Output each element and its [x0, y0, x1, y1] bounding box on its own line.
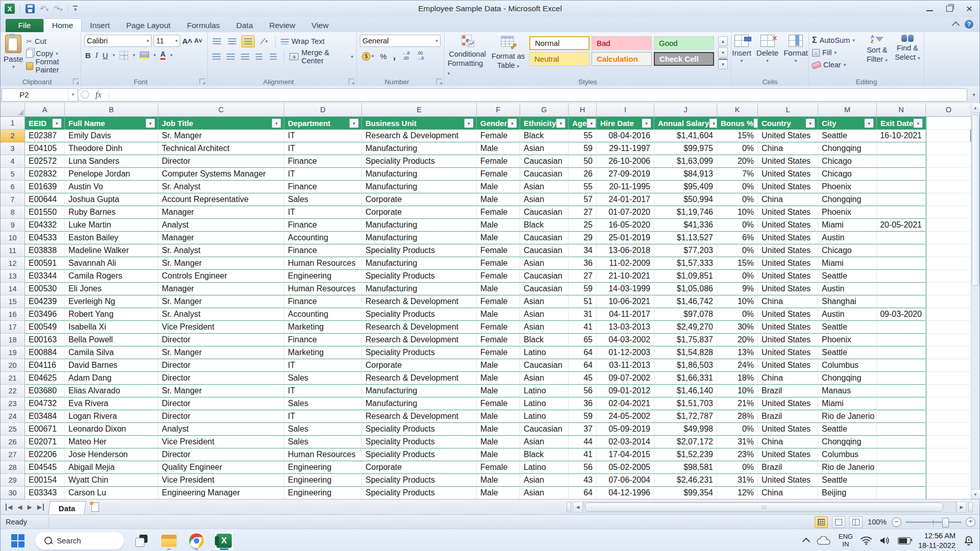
scroll-up-icon[interactable]: ▲: [971, 103, 980, 113]
table-cell[interactable]: Analyst: [158, 219, 284, 232]
table-cell[interactable]: E02206: [25, 448, 65, 461]
table-cell[interactable]: 57: [569, 193, 597, 206]
italic-button[interactable]: I: [95, 51, 98, 60]
table-cell[interactable]: Columbus: [818, 448, 877, 461]
zoom-slider-thumb[interactable]: [942, 518, 949, 528]
table-cell[interactable]: Black: [520, 334, 569, 346]
borders-icon[interactable]: [119, 51, 128, 60]
column-header-G[interactable]: G: [520, 103, 569, 116]
table-cell[interactable]: Sr. Analyst: [158, 181, 284, 193]
table-cell[interactable]: E04625: [25, 372, 65, 385]
table-cell[interactable]: Caucasian: [520, 423, 569, 436]
table-cell[interactable]: China: [758, 295, 818, 308]
scroll-split-handle[interactable]: [968, 502, 973, 512]
table-cell[interactable]: Male: [477, 359, 520, 372]
gallery-up-icon[interactable]: ▲: [718, 36, 728, 46]
row-header[interactable]: 28: [1, 461, 25, 474]
table-cell[interactable]: Logan Rivera: [65, 410, 158, 423]
table-cell[interactable]: Quality Engineer: [158, 461, 284, 474]
table-cell[interactable]: 44: [569, 436, 597, 448]
column-header-F[interactable]: F: [477, 103, 520, 116]
find-select-button[interactable]: Find &Select ▾: [894, 35, 921, 77]
table-cell[interactable]: IT: [284, 168, 362, 181]
comma-style-button[interactable]: ,: [393, 51, 396, 62]
table-cell[interactable]: United States: [758, 181, 818, 193]
empty-cell[interactable]: [926, 474, 972, 487]
table-cell[interactable]: $49,998: [654, 423, 717, 436]
table-cell[interactable]: 09-03-2020: [877, 308, 926, 321]
increase-indent-button[interactable]: [268, 51, 279, 62]
filter-icon[interactable]: ▾: [349, 118, 359, 128]
tab-review[interactable]: Review: [261, 19, 304, 32]
table-cell[interactable]: Female: [477, 155, 520, 168]
table-cell[interactable]: E00163: [25, 334, 65, 346]
table-cell[interactable]: Sr. Manger: [158, 130, 284, 142]
table-cell[interactable]: Sales: [284, 423, 362, 436]
wrap-text-button[interactable]: Wrap Text: [281, 36, 325, 47]
table-cell[interactable]: Male: [477, 193, 520, 206]
table-cell[interactable]: [877, 461, 926, 474]
file-explorer-button[interactable]: [159, 531, 179, 551]
table-cell[interactable]: Caucasian: [520, 283, 569, 295]
table-cell[interactable]: [877, 448, 926, 461]
customize-qat-icon[interactable]: ▼: [73, 6, 78, 12]
table-cell[interactable]: Computer Systems Manager: [158, 168, 284, 181]
table-cell[interactable]: 05-02-2005: [597, 461, 654, 474]
table-cell[interactable]: Research & Development: [362, 372, 477, 385]
table-cell[interactable]: 31: [569, 308, 597, 321]
table-cell[interactable]: Wyatt Chin: [65, 474, 158, 487]
table-cell[interactable]: United States: [758, 346, 818, 359]
chrome-button[interactable]: [186, 531, 207, 551]
empty-cell[interactable]: [926, 168, 972, 181]
horizontal-scrollbar[interactable]: ◀ ||| ▶: [565, 502, 974, 513]
table-cell[interactable]: E00591: [25, 257, 65, 270]
orientation-button[interactable]: ⟋▾: [258, 36, 270, 47]
vertical-scrollbar[interactable]: ▲ ▼: [971, 103, 979, 499]
table-cell[interactable]: $1,41,604: [654, 130, 717, 142]
empty-cell[interactable]: [926, 206, 972, 219]
table-cell[interactable]: Seattle: [818, 474, 877, 487]
table-cell[interactable]: E00671: [25, 423, 65, 436]
top-align-button[interactable]: [211, 36, 223, 47]
cell-style-calculation[interactable]: Calculation: [592, 52, 652, 66]
table-header-hire-date[interactable]: Hire Date▾: [597, 117, 654, 130]
table-cell[interactable]: Latino: [520, 385, 569, 397]
table-cell[interactable]: [877, 359, 926, 372]
empty-cell[interactable]: [926, 181, 972, 193]
table-cell[interactable]: Finance: [284, 155, 362, 168]
table-cell[interactable]: Caucasian: [520, 232, 569, 244]
table-cell[interactable]: Manufacturing: [362, 232, 477, 244]
table-cell[interactable]: Chongqing: [818, 193, 877, 206]
table-cell[interactable]: United States: [758, 130, 818, 142]
onedrive-cloud-icon[interactable]: [817, 536, 831, 545]
language-indicator[interactable]: ENGIN: [839, 533, 853, 548]
row-header[interactable]: 10: [1, 232, 25, 244]
table-cell[interactable]: [877, 181, 926, 193]
insert-cells-button[interactable]: Insert ▾: [732, 35, 751, 77]
table-cell[interactable]: 04-03-2002: [597, 334, 654, 346]
empty-cell[interactable]: [926, 193, 972, 206]
tab-split-handle[interactable]: [567, 502, 571, 512]
table-cell[interactable]: $1,66,331: [654, 372, 717, 385]
table-cell[interactable]: 56: [569, 461, 597, 474]
row-header[interactable]: 12: [1, 257, 25, 270]
table-cell[interactable]: Asian: [520, 142, 569, 155]
table-cell[interactable]: Director: [158, 410, 284, 423]
table-cell[interactable]: E04105: [25, 142, 65, 155]
table-cell[interactable]: Asian: [520, 436, 569, 448]
row-header[interactable]: 13: [1, 270, 25, 283]
table-cell[interactable]: China: [758, 142, 818, 155]
table-cell[interactable]: $2,49,270: [654, 321, 717, 334]
number-format-select[interactable]: General▾: [360, 35, 440, 47]
table-cell[interactable]: 15%: [717, 130, 758, 142]
table-cell[interactable]: Female: [477, 206, 520, 219]
restore-button[interactable]: [946, 6, 953, 12]
table-cell[interactable]: Engineering: [284, 461, 362, 474]
table-cell[interactable]: Technical Architect: [158, 142, 284, 155]
table-cell[interactable]: Male: [477, 487, 520, 499]
align-right-button[interactable]: [239, 51, 251, 62]
table-cell[interactable]: United States: [758, 423, 818, 436]
table-cell[interactable]: $1,05,086: [654, 283, 717, 295]
table-cell[interactable]: Female: [477, 461, 520, 474]
table-cell[interactable]: $1,72,787: [654, 410, 717, 423]
